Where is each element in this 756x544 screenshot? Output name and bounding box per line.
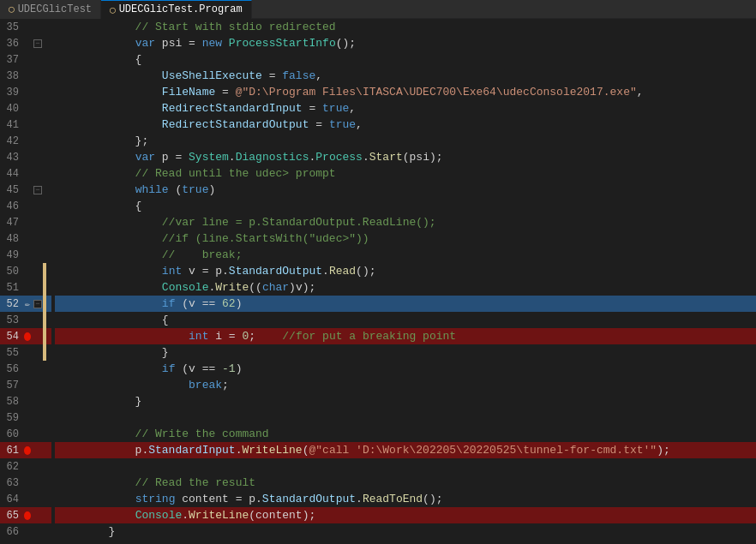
code-line-63: // Read the result [55,475,756,491]
code-line-57: break; [55,377,756,393]
code-line-66: } [55,523,756,540]
code-line-36: var psi = new ProcessStartInfo(); [55,35,756,51]
bar-63 [43,475,46,491]
code-line-65: Console.WriteLine(content); [55,507,756,523]
code-line-58: } [55,393,756,409]
tab-program[interactable]: ◯ UDECGlicTest.Program [101,0,252,19]
gutter-36: 36 − [0,35,51,51]
bar-59 [43,409,46,426]
linenum-65: 65 [0,510,22,522]
bar-50 [43,263,46,279]
code-text-38 [55,68,162,84]
code-text-37: { [55,51,141,68]
code-line-43: var p = System.Diagnostics.Process.Start… [55,149,756,165]
bar-53 [43,312,46,328]
code-text-35: // Start with stdio redirected [55,19,336,35]
fold-52[interactable]: − [33,300,43,308]
code-text-63: // Read the result [55,475,255,491]
code-text-43 [55,149,135,165]
left-gutter: 35 36 − 37 38 [0,19,51,544]
gutter-60: 60 [0,426,51,442]
editor-container: ◯ UDECGlicTest ◯ UDECGlicTest.Program 35… [0,0,756,544]
bar-65 [43,507,46,523]
code-text-45 [55,182,135,198]
code-text-39 [55,84,162,100]
code-line-47: //var line = p.StandardOutput.ReadLine()… [55,214,756,230]
bar-44 [43,165,46,182]
gutter-42: 42 [0,133,51,149]
code-text-53: { [55,312,169,328]
gutter-48: 48 [0,230,51,247]
bar-46 [43,198,46,214]
code-line-50: int v = p.StandardOutput.Read(); [55,263,756,279]
linenum-44: 44 [0,168,22,180]
code-line-61: p.StandardInput.WriteLine(@"call 'D:\Wor… [55,442,756,458]
code-line-55: } [55,344,756,361]
bar-36 [43,35,46,51]
fold-45[interactable]: − [33,186,43,194]
code-text-61: p. [55,442,148,458]
bp-52[interactable]: ✏ [22,299,33,309]
code-line-44: // Read until the udec> prompt [55,165,756,182]
bar-41 [43,117,46,133]
linenum-41: 41 [0,119,22,131]
gutter-38: 38 [0,68,51,84]
pencil-icon: ✏ [25,299,30,309]
code-line-51: Console.Write((char)v); [55,279,756,296]
code-text-52 [55,296,162,312]
bar-45 [43,182,46,198]
breakpoint-54[interactable] [24,332,31,341]
bar-62 [43,458,46,475]
gutter-39: 39 [0,84,51,100]
bar-43 [43,149,46,165]
bar-35 [43,19,46,35]
linenum-39: 39 [0,87,22,99]
code-line-35: // Start with stdio redirected [55,19,756,35]
linenum-50: 50 [0,266,22,278]
bar-51 [43,279,46,296]
linenum-62: 62 [0,461,22,473]
code-line-41: RedirectStandardOutput = true, [55,117,756,133]
code-text-44: // Read until the udec> prompt [55,165,336,182]
linenum-59: 59 [0,412,22,424]
gutter-51: 51 [0,279,51,296]
tab-label-2: UDECGlicTest.Program [119,3,243,15]
linenum-37: 37 [0,54,22,66]
bar-49 [43,247,46,263]
linenum-47: 47 [0,217,22,229]
bp-65[interactable] [22,511,33,520]
bar-56 [43,361,46,377]
tab-udecglictest[interactable]: ◯ UDECGlicTest [0,0,101,19]
bar-55 [43,344,46,361]
fold-36[interactable]: − [33,39,43,48]
linenum-42: 42 [0,135,22,147]
code-text-58: } [55,393,141,409]
gutter-55: 55 [0,344,51,361]
bar-54 [43,328,46,344]
breakpoint-65[interactable] [24,511,31,520]
breakpoint-61[interactable] [24,446,31,455]
gutter-49: 49 [0,247,51,263]
code-area: 35 36 − 37 38 [0,19,756,544]
bp-61[interactable] [22,446,33,455]
bar-42 [43,133,46,149]
gutter-62: 62 [0,458,51,475]
linenum-54: 54 [0,331,22,343]
tab-bar: ◯ UDECGlicTest ◯ UDECGlicTest.Program [0,0,756,19]
bar-60 [43,426,46,442]
tab-icon-1: ◯ [9,3,15,15]
bar-58 [43,393,46,409]
bp-54[interactable] [22,332,33,341]
code-text-51 [55,279,162,296]
code-line-52: if (v == 62) [55,296,756,312]
code-content[interactable]: // Start with stdio redirected var psi =… [51,19,756,544]
code-text-66: } [55,523,115,540]
bar-52 [43,296,46,312]
linenum-36: 36 [0,38,22,50]
linenum-64: 64 [0,493,22,505]
gutter-37: 37 [0,51,51,68]
linenum-56: 56 [0,363,22,375]
code-text-57 [55,377,189,393]
gutter-44: 44 [0,165,51,182]
code-line-40: RedirectStandardInput = true, [55,100,756,117]
